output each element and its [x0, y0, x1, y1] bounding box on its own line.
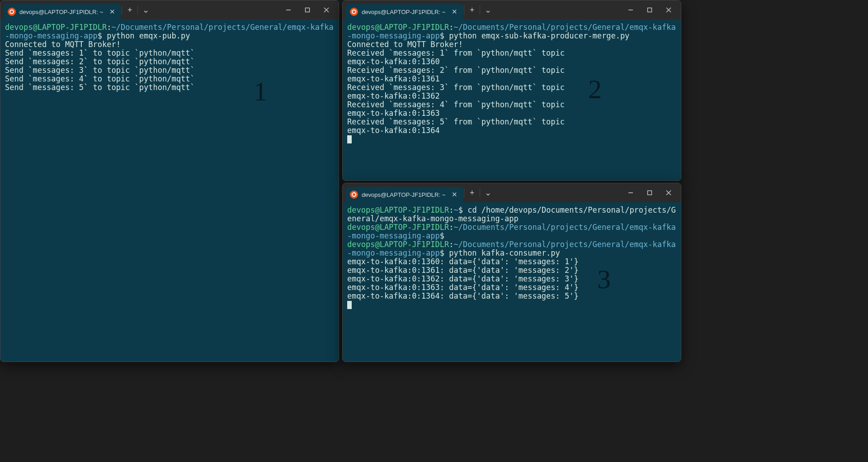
output-line: Send `messages: 1` to topic `python/mqtt…	[5, 49, 334, 57]
prompt-user: devops@LAPTOP-JF1PIDLR	[347, 240, 449, 249]
new-tab-button[interactable]: +	[465, 3, 479, 17]
separator	[480, 5, 480, 14]
output-line: emqx-to-kafka:0:1363: data={'data': 'mes…	[347, 283, 676, 292]
prompt-user: devops@LAPTOP-JF1PIDLR	[347, 223, 449, 232]
close-window-button[interactable]	[659, 3, 678, 17]
output-line: Send `messages: 2` to topic `python/mqtt…	[5, 57, 334, 66]
minimize-button[interactable]	[621, 186, 640, 200]
output-line: Send `messages: 4` to topic `python/mqtt…	[5, 75, 334, 83]
output-line: emqx-to-kafka:0:1364: data={'data': 'mes…	[347, 292, 676, 300]
prompt-sep: :	[449, 23, 453, 32]
tab-title: devops@LAPTOP-JF1PIDLR: ~	[362, 191, 445, 198]
titlebar[interactable]: devops@LAPTOP-JF1PIDLR: ~✕+⌄	[343, 183, 681, 202]
tab-active[interactable]: devops@LAPTOP-JF1PIDLR: ~✕	[345, 187, 463, 202]
terminal-body[interactable]: devops@LAPTOP-JF1PIDLR:~/Documents/Perso…	[343, 19, 681, 181]
ubuntu-icon	[350, 8, 358, 16]
maximize-button[interactable]	[640, 3, 659, 17]
prompt-sym: $	[458, 205, 463, 214]
prompt-user: devops@LAPTOP-JF1PIDLR	[347, 23, 449, 32]
terminal-window[interactable]: devops@LAPTOP-JF1PIDLR: ~✕+⌄devops@LAPTO…	[342, 0, 681, 181]
close-window-button[interactable]	[317, 3, 336, 17]
prompt-sym: $	[440, 31, 444, 40]
new-tab-button[interactable]: +	[465, 186, 479, 200]
minimize-button[interactable]	[279, 3, 298, 17]
svg-rect-1	[306, 8, 310, 12]
prompt-line: devops@LAPTOP-JF1PIDLR:~/Documents/Perso…	[347, 240, 676, 257]
separator	[464, 188, 464, 197]
dropdown-button[interactable]: ⌄	[481, 186, 495, 200]
close-tab-button[interactable]: ✕	[452, 8, 458, 16]
prompt-sym: $	[440, 231, 444, 240]
output-line: Received `messages: 1` from `python/mqtt…	[347, 49, 676, 57]
output-line: emqx-to-kafka:0:1361	[347, 75, 676, 83]
maximize-button[interactable]	[298, 3, 317, 17]
prompt-line: devops@LAPTOP-JF1PIDLR:~/Documents/Perso…	[5, 23, 334, 40]
prompt-cmd: python kafka-consumer.py	[444, 248, 560, 257]
minimize-button[interactable]	[621, 3, 640, 17]
dropdown-button[interactable]: ⌄	[139, 3, 152, 17]
prompt-user: devops@LAPTOP-JF1PIDLR	[5, 23, 107, 32]
prompt-path: ~	[453, 205, 458, 214]
output-line: emqx-to-kafka:0:1361: data={'data': 'mes…	[347, 266, 676, 275]
close-window-button[interactable]	[659, 186, 678, 200]
separator	[122, 5, 122, 14]
output-line: Send `messages: 5` to topic `python/mqtt…	[5, 83, 334, 92]
separator	[464, 5, 464, 14]
output-line: emqx-to-kafka:0:1360	[347, 57, 676, 66]
new-tab-button[interactable]: +	[123, 3, 137, 17]
prompt-sep: :	[449, 223, 453, 232]
prompt-sym: $	[440, 248, 444, 257]
tab-active[interactable]: devops@LAPTOP-JF1PIDLR: ~✕	[3, 4, 121, 19]
terminal-body[interactable]: devops@LAPTOP-JF1PIDLR:~$ cd /home/devop…	[343, 202, 681, 362]
output-line: Received `messages: 3` from `python/mqtt…	[347, 83, 676, 92]
ubuntu-icon	[8, 8, 16, 16]
svg-rect-9	[648, 191, 652, 195]
tab-active[interactable]: devops@LAPTOP-JF1PIDLR: ~✕	[345, 4, 463, 19]
prompt-cmd: python emqx-sub-kafka-producer-merge.py	[444, 31, 629, 40]
separator	[137, 5, 138, 14]
titlebar[interactable]: devops@LAPTOP-JF1PIDLR: ~✕+⌄	[343, 0, 681, 19]
titlebar[interactable]: devops@LAPTOP-JF1PIDLR: ~✕+⌄	[0, 0, 339, 19]
svg-rect-5	[648, 8, 652, 12]
cursor	[347, 135, 352, 143]
terminal-window[interactable]: devops@LAPTOP-JF1PIDLR: ~✕+⌄devops@LAPTO…	[342, 183, 681, 362]
prompt-sep: :	[449, 240, 453, 249]
output-line: Received `messages: 2` from `python/mqtt…	[347, 66, 676, 75]
tab-title: devops@LAPTOP-JF1PIDLR: ~	[19, 9, 103, 15]
output-line: Connected to MQTT Broker!	[5, 40, 334, 49]
separator	[480, 188, 480, 197]
output-line: emqx-to-kafka:0:1362: data={'data': 'mes…	[347, 275, 676, 283]
prompt-cmd: python emqx-pub.py	[102, 31, 190, 40]
ubuntu-icon	[350, 191, 358, 199]
terminal-window[interactable]: devops@LAPTOP-JF1PIDLR: ~✕+⌄devops@LAPTO…	[0, 0, 339, 362]
tab-title: devops@LAPTOP-JF1PIDLR: ~	[362, 9, 445, 15]
prompt-user: devops@LAPTOP-JF1PIDLR	[347, 205, 449, 214]
output-line: emqx-to-kafka:0:1364	[347, 126, 676, 135]
output-line: Send `messages: 3` to topic `python/mqtt…	[5, 66, 334, 75]
output-line: Received `messages: 4` from `python/mqtt…	[347, 100, 676, 109]
cursor	[347, 301, 352, 309]
prompt-line: devops@LAPTOP-JF1PIDLR:~/Documents/Perso…	[347, 223, 676, 240]
close-tab-button[interactable]: ✕	[452, 191, 458, 199]
dropdown-button[interactable]: ⌄	[481, 3, 495, 17]
terminal-body[interactable]: devops@LAPTOP-JF1PIDLR:~/Documents/Perso…	[0, 19, 339, 362]
prompt-sep: :	[107, 23, 111, 32]
output-line: emqx-to-kafka:0:1362	[347, 92, 676, 100]
output-line: emqx-to-kafka:0:1363	[347, 109, 676, 118]
prompt-line: devops@LAPTOP-JF1PIDLR:~$ cd /home/devop…	[347, 206, 676, 223]
prompt-line: devops@LAPTOP-JF1PIDLR:~/Documents/Perso…	[347, 23, 676, 40]
output-line: Received `messages: 5` from `python/mqtt…	[347, 118, 676, 126]
output-line: Connected to MQTT Broker!	[347, 40, 676, 49]
prompt-sym: $	[98, 31, 102, 40]
close-tab-button[interactable]: ✕	[109, 8, 115, 16]
maximize-button[interactable]	[640, 186, 659, 200]
output-line: emqx-to-kafka:0:1360: data={'data': 'mes…	[347, 257, 676, 266]
prompt-sep: :	[449, 205, 453, 214]
